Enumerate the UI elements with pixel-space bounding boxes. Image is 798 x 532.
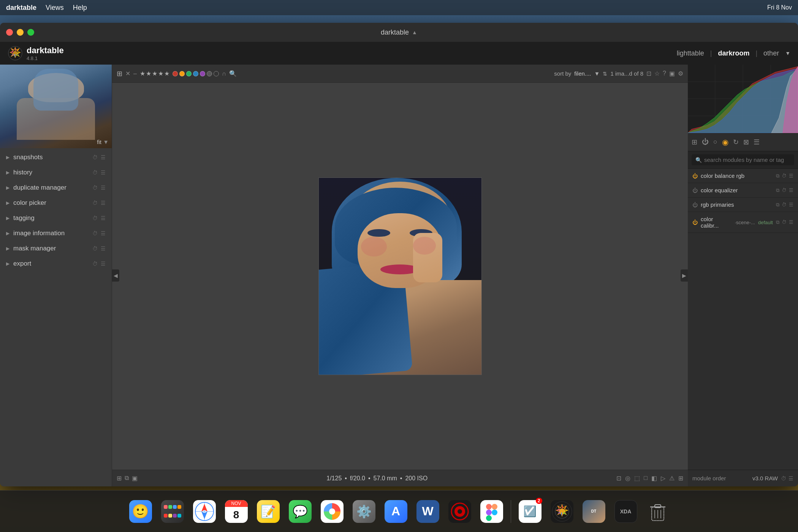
dock-darktable-thumb[interactable]: DT — [580, 497, 608, 526]
panel-item-snapshots[interactable]: ▶ snapshots ⏱ ☰ — [0, 150, 112, 165]
colorpicker-menu-icon[interactable]: ☰ — [101, 200, 106, 206]
panel-item-history[interactable]: ▶ history ⏱ ☰ — [0, 165, 112, 180]
dock-figma[interactable] — [477, 497, 506, 526]
imageinfo-clock-icon[interactable]: ⏱ — [92, 230, 98, 236]
icon-panel[interactable]: ▣ — [669, 70, 675, 77]
snapshots-clock-icon[interactable]: ⏱ — [92, 154, 98, 160]
play-icon[interactable]: ▷ — [661, 475, 665, 482]
menu-icon3[interactable]: ☰ — [789, 202, 793, 208]
reset-icon2[interactable]: ⏱ — [782, 187, 787, 193]
color-equalizer-power-icon[interactable]: ⏻ — [692, 187, 698, 193]
dock-xda[interactable]: XDA — [611, 497, 640, 526]
module-search-input[interactable] — [704, 157, 790, 163]
imageinfo-menu-icon[interactable]: ☰ — [101, 230, 106, 236]
reset-icon4[interactable]: ⏱ — [782, 219, 787, 225]
sort-dropdown-icon[interactable]: ▼ — [594, 70, 600, 77]
color-dot-gray[interactable] — [207, 71, 212, 76]
close-button[interactable] — [6, 29, 13, 36]
minimize-button[interactable] — [17, 29, 24, 36]
sort-order-icon[interactable]: ⇅ — [603, 71, 607, 77]
module-menu-icon[interactable]: ☰ — [754, 138, 760, 146]
square-icon[interactable]: □ — [644, 475, 648, 482]
nav-darkroom[interactable]: darkroom — [718, 49, 749, 57]
dock-system-prefs[interactable]: ⚙️ — [350, 497, 378, 526]
menu-views[interactable]: Views — [46, 4, 64, 12]
order-menu-icon[interactable]: ☰ — [788, 475, 793, 481]
dock-word[interactable]: W — [413, 497, 442, 526]
filter-x-icon[interactable]: ✕ — [125, 70, 130, 77]
dock-safari[interactable] — [190, 497, 219, 526]
crop-icon[interactable]: ⊡ — [616, 475, 621, 482]
eye-icon[interactable]: ◎ — [625, 475, 630, 482]
color-balance-rgb-label[interactable]: color balance rgb — [701, 173, 773, 179]
grid-icon[interactable]: ⊞ — [117, 475, 122, 482]
panel-item-duplicate-manager[interactable]: ▶ duplicate manager ⏱ ☰ — [0, 180, 112, 195]
filter-icon[interactable]: ⊞ — [117, 70, 122, 78]
panel-item-image-information[interactable]: ▶ image information ⏱ ☰ — [0, 226, 112, 241]
copy-icon4[interactable]: ⧉ — [776, 219, 779, 225]
copy-icon2[interactable]: ⧉ — [776, 187, 779, 193]
duplicate-menu-icon[interactable]: ☰ — [101, 185, 106, 191]
icon-settings[interactable]: ⚙ — [678, 70, 683, 77]
dock-reminders[interactable]: ☑️ 2 — [516, 497, 545, 526]
left-panel-collapse[interactable]: ◀ — [112, 269, 119, 282]
tagging-clock-icon[interactable]: ⏱ — [92, 215, 98, 221]
nav-other[interactable]: other — [763, 49, 779, 57]
frame-icon[interactable]: ⬚ — [634, 475, 640, 482]
icon-question[interactable]: ? — [663, 70, 666, 77]
color-dot-red[interactable] — [173, 71, 178, 76]
history-clock-icon[interactable]: ⏱ — [92, 169, 98, 176]
module-power-icon[interactable]: ⏻ — [702, 138, 709, 146]
colorpicker-clock-icon[interactable]: ⏱ — [92, 200, 98, 206]
color-dot-none[interactable] — [214, 71, 219, 76]
reset-icon[interactable]: ⏱ — [782, 173, 787, 179]
filter-search-icon[interactable]: 🔍 — [229, 70, 237, 77]
menu-icon4[interactable]: ☰ — [789, 219, 793, 225]
sort-value[interactable]: filen.... — [574, 70, 591, 77]
panel-item-color-picker[interactable]: ▶ color picker ⏱ ☰ — [0, 195, 112, 211]
menu-icon[interactable]: ☰ — [789, 173, 793, 179]
dock-finder[interactable]: 🙂 — [126, 497, 155, 526]
dock-trash[interactable] — [643, 497, 672, 526]
color-calibr-power-icon[interactable]: ⏻ — [692, 219, 698, 225]
reset-icon3[interactable]: ⏱ — [782, 202, 787, 208]
maskmanager-menu-icon[interactable]: ☰ — [101, 245, 106, 252]
color-dot-blue[interactable] — [193, 71, 198, 76]
icon-filmstrip[interactable]: ⊡ — [646, 70, 651, 77]
dock-davinci[interactable] — [445, 497, 474, 526]
menu-icon2[interactable]: ☰ — [789, 187, 793, 193]
dock-darktable[interactable] — [548, 497, 576, 526]
panel-item-tagging[interactable]: ▶ tagging ⏱ ☰ — [0, 211, 112, 226]
panel-item-export[interactable]: ▶ export ⏱ ☰ — [0, 256, 112, 271]
copy-icon[interactable]: ⧉ — [776, 173, 779, 179]
history-menu-icon[interactable]: ☰ — [101, 169, 106, 176]
color-calibr-label[interactable]: color calibr... — [701, 216, 732, 229]
filter-union-icon[interactable]: ∩ — [222, 70, 226, 77]
dock-app-store[interactable]: A — [382, 497, 410, 526]
menu-help[interactable]: Help — [73, 4, 87, 12]
color-dot-yellow[interactable] — [179, 71, 185, 76]
snapshots-menu-icon[interactable]: ☰ — [101, 154, 106, 160]
module-grid-icon[interactable]: ⊠ — [743, 138, 749, 146]
panel-item-mask-manager[interactable]: ▶ mask manager ⏱ ☰ — [0, 241, 112, 256]
display-icon[interactable]: ▣ — [132, 475, 138, 482]
rgb-primaries-power-icon[interactable]: ⏻ — [692, 202, 698, 208]
tagging-menu-icon[interactable]: ☰ — [101, 215, 106, 221]
app-menu-darktable[interactable]: darktable — [6, 4, 36, 12]
mask-icon[interactable]: ◧ — [651, 475, 657, 482]
compare-icon[interactable]: ⧉ — [125, 475, 129, 482]
dock-photos[interactable] — [318, 497, 347, 526]
grid2-icon[interactable]: ⊞ — [678, 475, 683, 482]
order-clock-icon[interactable]: ⏱ — [781, 475, 786, 481]
maskmanager-clock-icon[interactable]: ⏱ — [92, 245, 98, 252]
module-sliders-icon[interactable]: ⊞ — [692, 138, 697, 146]
nav-lighttable[interactable]: lighttable — [677, 49, 704, 57]
dock-launchpad[interactable] — [158, 497, 187, 526]
color-dot-purple[interactable] — [200, 71, 205, 76]
duplicate-clock-icon[interactable]: ⏱ — [92, 185, 98, 191]
filter-stars[interactable]: ★★★★★ — [140, 70, 169, 77]
warn-icon[interactable]: ⚠ — [669, 475, 674, 482]
dock-calendar[interactable]: NOV 8 — [222, 497, 251, 526]
nav-dropdown-icon[interactable]: ▼ — [785, 50, 790, 56]
color-balance-power-icon[interactable]: ⏻ — [692, 173, 698, 179]
